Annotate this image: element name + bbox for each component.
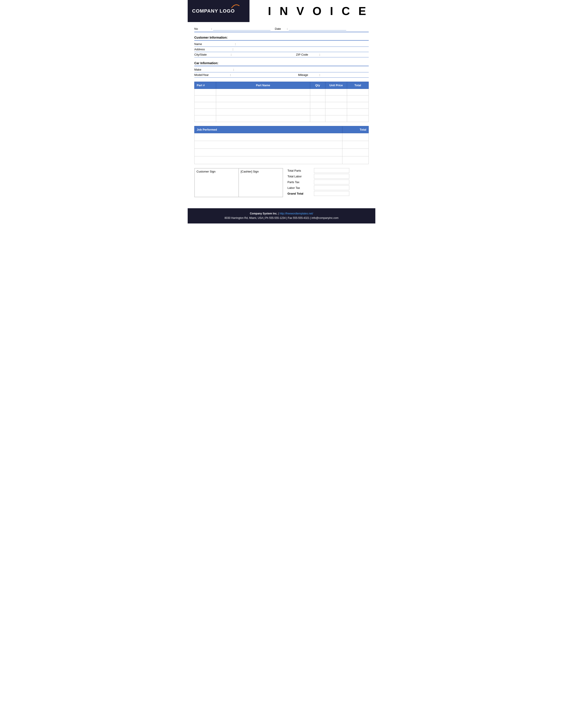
parts-tax-value[interactable] bbox=[314, 180, 349, 184]
part-no-cell[interactable] bbox=[194, 102, 216, 109]
col-unit-price: Unit Price bbox=[325, 82, 347, 89]
job-total-cell[interactable] bbox=[343, 156, 369, 164]
job-desc-cell[interactable] bbox=[194, 133, 343, 141]
table-row bbox=[194, 141, 369, 149]
col-total: Total bbox=[347, 82, 369, 89]
job-total-cell[interactable] bbox=[343, 133, 369, 141]
total-cell[interactable] bbox=[347, 115, 369, 122]
date-colon-space bbox=[283, 27, 286, 30]
labor-tax-row: Labor Tax bbox=[288, 185, 369, 190]
name-label: Name bbox=[194, 42, 216, 46]
address-colon-space bbox=[222, 48, 227, 51]
date-value-line[interactable] bbox=[289, 26, 346, 30]
qty-cell[interactable] bbox=[310, 96, 325, 102]
total-cell[interactable] bbox=[347, 89, 369, 96]
job-total-cell[interactable] bbox=[343, 149, 369, 156]
total-cell[interactable] bbox=[347, 96, 369, 102]
bottom-section: Customer Sign [Cashier] Sign Total Parts… bbox=[194, 168, 369, 197]
model-colon-space bbox=[221, 73, 226, 77]
job-total-cell[interactable] bbox=[343, 141, 369, 149]
part-name-cell[interactable] bbox=[216, 115, 310, 122]
table-row bbox=[194, 102, 369, 109]
part-name-cell[interactable] bbox=[216, 102, 310, 109]
sign-boxes-container: Customer Sign [Cashier] Sign bbox=[194, 168, 283, 197]
unit-price-cell[interactable] bbox=[325, 102, 347, 109]
footer-line1: Company System Inc. | http://freewordtem… bbox=[191, 211, 372, 216]
address-colon-sym: : bbox=[232, 48, 233, 51]
parts-tax-row: Parts Tax bbox=[288, 180, 369, 184]
name-colon-sym: : bbox=[235, 42, 236, 46]
col-part-no: Part # bbox=[194, 82, 216, 89]
customer-divider bbox=[194, 40, 369, 41]
total-cell[interactable] bbox=[347, 109, 369, 115]
part-no-cell[interactable] bbox=[194, 109, 216, 115]
total-parts-row: Total Parts bbox=[288, 168, 369, 173]
part-no-cell[interactable] bbox=[194, 96, 216, 102]
total-parts-value[interactable] bbox=[314, 168, 349, 173]
part-name-cell[interactable] bbox=[216, 109, 310, 115]
part-name-cell[interactable] bbox=[216, 89, 310, 96]
date-field: Date : bbox=[275, 26, 346, 30]
zip-colon-sym: : bbox=[319, 53, 320, 56]
footer-company: Company System Inc. bbox=[250, 212, 277, 215]
city-state-label: City/State bbox=[194, 53, 216, 56]
unit-price-cell[interactable] bbox=[325, 96, 347, 102]
zip-label: ZIP Code bbox=[296, 53, 308, 56]
unit-price-cell[interactable] bbox=[325, 115, 347, 122]
job-table-header-row: Job Performed Total bbox=[194, 126, 369, 133]
footer-line2: 8030 Harrington Rd, Miami, USA | Ph 555-… bbox=[191, 216, 372, 220]
grand-total-value[interactable] bbox=[314, 191, 349, 196]
date-label: Date bbox=[275, 27, 282, 30]
job-desc-cell[interactable] bbox=[194, 156, 343, 164]
job-desc-cell[interactable] bbox=[194, 141, 343, 149]
part-name-cell[interactable] bbox=[216, 96, 310, 102]
make-label: Make bbox=[194, 68, 216, 71]
qty-cell[interactable] bbox=[310, 102, 325, 109]
part-no-cell[interactable] bbox=[194, 89, 216, 96]
table-row bbox=[194, 89, 369, 96]
cashier-sign-label: [Cashier] Sign bbox=[241, 170, 259, 173]
make-colon-space bbox=[221, 68, 229, 71]
grand-total-label: Grand Total bbox=[288, 192, 312, 195]
no-value-line[interactable] bbox=[213, 26, 270, 30]
footer-website[interactable]: http://freewordtemplates.net/ bbox=[279, 212, 313, 215]
col-qty: Qty bbox=[310, 82, 325, 89]
total-labor-value[interactable] bbox=[314, 174, 349, 179]
total-parts-label: Total Parts bbox=[288, 169, 312, 172]
unit-price-cell[interactable] bbox=[325, 89, 347, 96]
no-colon-symbol: : bbox=[211, 27, 212, 30]
total-labor-row: Total Labor bbox=[288, 174, 369, 179]
company-logo-text: COMPANY LOGO bbox=[192, 8, 235, 14]
mileage-colon-space bbox=[313, 73, 315, 77]
col-job-performed: Job Performed bbox=[194, 126, 343, 133]
logo-arc-icon bbox=[231, 4, 239, 9]
total-cell[interactable] bbox=[347, 102, 369, 109]
part-no-cell[interactable] bbox=[194, 115, 216, 122]
table-row bbox=[194, 133, 369, 141]
parts-table: Part # Part Name Qty Unit Price Total bbox=[194, 82, 369, 122]
job-desc-cell[interactable] bbox=[194, 149, 343, 156]
city-zip-row: City/State : ZIP Code : bbox=[194, 52, 369, 57]
qty-cell[interactable] bbox=[310, 89, 325, 96]
col-part-name: Part Name bbox=[216, 82, 310, 89]
unit-price-cell[interactable] bbox=[325, 109, 347, 115]
table-row bbox=[194, 115, 369, 122]
name-colon bbox=[222, 42, 229, 46]
address-label: Address bbox=[194, 48, 216, 51]
date-colon-symbol: : bbox=[287, 27, 288, 30]
job-table: Job Performed Total bbox=[194, 126, 369, 164]
table-row bbox=[194, 149, 369, 156]
model-mileage-row: Model/Year : Mileage : bbox=[194, 72, 369, 78]
mileage-label: Mileage bbox=[298, 73, 308, 77]
make-row: Make : bbox=[194, 67, 369, 72]
qty-cell[interactable] bbox=[310, 115, 325, 122]
qty-cell[interactable] bbox=[310, 109, 325, 115]
logo-section: COMPANY LOGO bbox=[188, 0, 249, 22]
labor-tax-value[interactable] bbox=[314, 185, 349, 190]
mileage-colon-sym: : bbox=[319, 73, 320, 77]
customer-sign-label: Customer Sign bbox=[196, 170, 215, 173]
col-job-total: Total bbox=[343, 126, 369, 133]
labor-tax-label: Labor Tax bbox=[288, 186, 312, 190]
table-row bbox=[194, 156, 369, 164]
no-colon bbox=[202, 27, 210, 30]
